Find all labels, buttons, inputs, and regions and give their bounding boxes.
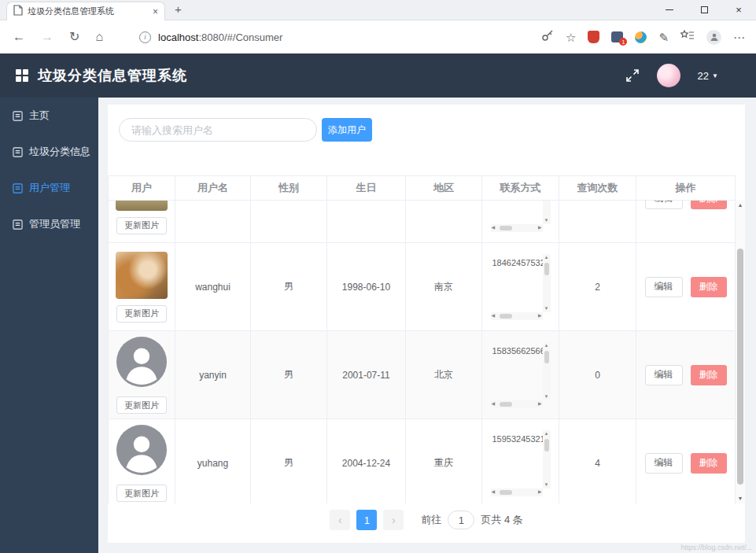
scroll-left-icon[interactable]: ◀ bbox=[492, 401, 496, 407]
contact-value: 15835662566 bbox=[492, 346, 545, 356]
page-number-button[interactable]: 1 bbox=[356, 510, 377, 530]
next-page-button[interactable]: › bbox=[383, 510, 404, 530]
horizontal-scrollbar[interactable]: ◀▶ bbox=[491, 224, 543, 232]
goto-page-input[interactable] bbox=[448, 511, 474, 529]
search-input[interactable] bbox=[119, 118, 317, 142]
scroll-up-icon[interactable]: ▲ bbox=[544, 255, 549, 260]
horizontal-scrollbar[interactable]: ◀▶ bbox=[491, 400, 543, 408]
user-menu[interactable]: 22 ▼ bbox=[698, 70, 718, 82]
delete-button[interactable]: 删除 bbox=[691, 365, 727, 385]
table-scrollbar[interactable]: ▲ ▼ bbox=[736, 200, 745, 503]
contact-scrollbox[interactable]: 15835662566▲▼◀▶ bbox=[491, 342, 551, 408]
scrollbar-thumb[interactable] bbox=[737, 249, 743, 485]
add-user-button[interactable]: 添加用户 bbox=[322, 118, 372, 142]
sidebar-item-home[interactable]: 主页 bbox=[0, 98, 98, 134]
update-image-button[interactable]: 更新图片 bbox=[116, 485, 167, 502]
edit-button[interactable]: 编辑 bbox=[645, 277, 683, 297]
forward-icon[interactable]: → bbox=[41, 31, 53, 43]
new-tab-button[interactable]: + bbox=[175, 2, 182, 16]
scroll-down-icon[interactable]: ▼ bbox=[544, 394, 549, 400]
table-row: 更新图片yanyin男2001-07-11北京15835662566▲▼◀▶0编… bbox=[109, 331, 736, 419]
address-bar[interactable]: localhost:8080/#/Consumer bbox=[158, 31, 282, 43]
scrollbar-thumb[interactable] bbox=[544, 263, 549, 275]
key-icon[interactable] bbox=[541, 29, 554, 45]
watermark: https://blog.csdn.net/... bbox=[680, 544, 752, 551]
delete-button[interactable]: 删除 bbox=[691, 277, 727, 297]
region-cell: 北京 bbox=[406, 331, 482, 419]
site-info-icon[interactable]: i bbox=[139, 31, 151, 43]
scrollbar-thumb[interactable] bbox=[544, 439, 549, 452]
edit-button[interactable]: 编辑 bbox=[645, 365, 683, 385]
contact-scrollbox[interactable]: 15953245321▲▼◀▶ bbox=[491, 430, 551, 496]
region-cell: 南京 bbox=[406, 243, 482, 331]
window-minimize-button[interactable] bbox=[652, 0, 687, 20]
scrollbar-thumb[interactable] bbox=[544, 351, 549, 363]
scroll-right-icon[interactable]: ▶ bbox=[538, 313, 542, 319]
favorites-hub-icon[interactable] bbox=[680, 30, 695, 44]
pen-extension-icon[interactable]: ✎ bbox=[658, 31, 669, 43]
operations-cell: 编辑删除 bbox=[636, 243, 736, 331]
delete-button[interactable]: 删除 bbox=[691, 453, 727, 474]
adblock-shield-icon[interactable] bbox=[588, 31, 599, 43]
update-image-button[interactable]: 更新图片 bbox=[116, 217, 167, 234]
scroll-down-icon[interactable]: ▼ bbox=[544, 306, 549, 312]
operations-cell: 编辑删除 bbox=[636, 419, 736, 503]
user-avatar[interactable] bbox=[657, 64, 680, 87]
app-title: 垃圾分类信息管理系统 bbox=[38, 66, 187, 85]
bookmark-star-icon[interactable]: ☆ bbox=[566, 31, 576, 43]
birthday-cell: 2001-07-11 bbox=[327, 331, 406, 419]
dashboard-grid-icon[interactable] bbox=[16, 69, 28, 82]
scroll-down-icon[interactable]: ▼ bbox=[738, 496, 743, 501]
update-image-button[interactable]: 更新图片 bbox=[116, 396, 167, 414]
scroll-down-icon[interactable]: ▼ bbox=[544, 482, 549, 488]
window-close-button[interactable]: × bbox=[721, 0, 756, 20]
profile-avatar-icon[interactable] bbox=[706, 30, 721, 45]
maximize-icon bbox=[701, 6, 708, 13]
browser-navbar: ← → ↻ ⌂ i localhost:8080/#/Consumer ☆ 1 … bbox=[0, 20, 756, 53]
scrollbar-thumb[interactable] bbox=[500, 314, 512, 319]
scroll-left-icon[interactable]: ◀ bbox=[492, 313, 496, 319]
scroll-left-icon[interactable]: ◀ bbox=[492, 225, 496, 230]
scroll-up-icon[interactable]: ▲ bbox=[738, 202, 743, 208]
fullscreen-icon[interactable] bbox=[625, 68, 640, 83]
table-row: 更新图片yuhang男2004-12-24重庆15953245321▲▼◀▶4编… bbox=[109, 419, 736, 503]
scrollbar-thumb[interactable] bbox=[500, 402, 512, 407]
sidebar-item-label: 主页 bbox=[29, 109, 50, 123]
browser-menu-icon[interactable]: ⋯ bbox=[733, 31, 745, 43]
sidebar-item-label: 垃圾分类信息 bbox=[29, 145, 90, 159]
update-image-button[interactable]: 更新图片 bbox=[116, 305, 167, 323]
username-cell: yuhang bbox=[175, 419, 251, 503]
scroll-right-icon[interactable]: ▶ bbox=[538, 225, 542, 230]
gender-cell: 男 bbox=[251, 331, 327, 419]
scrollbar-thumb[interactable] bbox=[500, 226, 512, 230]
username-cell bbox=[175, 201, 251, 243]
refresh-icon[interactable]: ↻ bbox=[69, 31, 79, 43]
scroll-right-icon[interactable]: ▶ bbox=[538, 401, 542, 407]
horizontal-scrollbar[interactable]: ◀▶ bbox=[491, 312, 543, 320]
window-maximize-button[interactable] bbox=[687, 0, 721, 20]
home-icon[interactable]: ⌂ bbox=[95, 31, 103, 43]
tab-close-icon[interactable]: × bbox=[153, 6, 158, 17]
vertical-scrollbar[interactable]: ▲▼ bbox=[543, 201, 551, 224]
sidebar-item-user-management[interactable]: 用户管理 bbox=[0, 170, 98, 206]
scroll-down-icon[interactable]: ▼ bbox=[544, 218, 549, 223]
scroll-left-icon[interactable]: ◀ bbox=[492, 489, 496, 495]
delete-button[interactable]: 删除 bbox=[691, 201, 727, 209]
contact-scrollbox[interactable]: ▲▼◀▶ bbox=[491, 201, 551, 232]
extension-icon[interactable]: 1 bbox=[611, 31, 623, 42]
prev-page-button[interactable]: ‹ bbox=[330, 510, 350, 530]
back-icon[interactable]: ← bbox=[13, 31, 25, 43]
horizontal-scrollbar[interactable]: ◀▶ bbox=[491, 488, 543, 496]
sidebar-item-garbage-info[interactable]: 垃圾分类信息 bbox=[0, 134, 98, 170]
edit-button[interactable]: 编辑 bbox=[645, 201, 683, 209]
column-header: 生日 bbox=[327, 176, 406, 201]
sidebar-item-admin-management[interactable]: 管理员管理 bbox=[0, 206, 98, 242]
extension-colorful-icon[interactable] bbox=[635, 31, 647, 43]
edit-button[interactable]: 编辑 bbox=[645, 453, 683, 474]
scroll-up-icon[interactable]: ▲ bbox=[544, 431, 549, 437]
scrollbar-thumb[interactable] bbox=[500, 490, 512, 495]
browser-tab[interactable]: 垃圾分类信息管理系统 × bbox=[6, 2, 165, 20]
scroll-right-icon[interactable]: ▶ bbox=[538, 489, 542, 495]
contact-scrollbox[interactable]: 18462457532▲▼◀▶ bbox=[491, 254, 551, 320]
scroll-up-icon[interactable]: ▲ bbox=[544, 343, 549, 348]
